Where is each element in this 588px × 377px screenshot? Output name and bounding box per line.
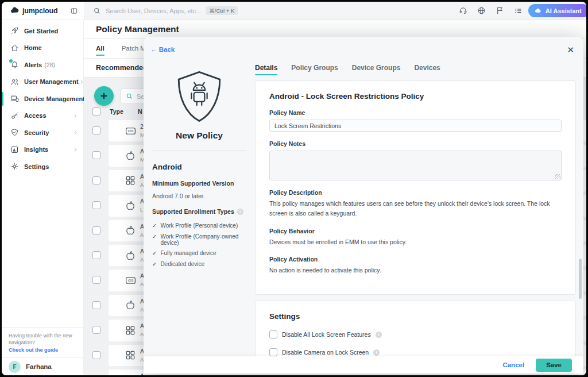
enrollment-types-label: Supported Enrollment Types i (152, 208, 246, 215)
svg-text:iOS: iOS (128, 279, 134, 282)
rocket-icon (10, 26, 19, 35)
info-icon[interactable]: i (376, 332, 382, 338)
check-icon: ✓ (152, 250, 157, 257)
info-icon[interactable]: i (237, 209, 243, 215)
info-icon[interactable]: i (373, 349, 380, 356)
svg-text:iOS: iOS (128, 129, 134, 133)
help-guide-link[interactable]: Check out the guide (9, 347, 76, 353)
sidebar-item-label: Alerts (24, 61, 42, 68)
grid-os-icon (125, 325, 136, 336)
policy-card-title: Android - Lock Screen Restrictions Polic… (269, 92, 562, 101)
search-icon (93, 7, 101, 15)
cancel-button[interactable]: Cancel (502, 361, 524, 368)
sidebar-item-label: Insights (24, 146, 48, 153)
android-shield-icon (152, 70, 246, 123)
modal-scroll-area[interactable]: Android - Lock Screen Restrictions Polic… (255, 80, 576, 356)
row-checkbox[interactable] (92, 326, 100, 334)
chevron-right-icon (72, 129, 79, 136)
sidebar-item-get-started[interactable]: Get Started (2, 22, 83, 40)
close-icon[interactable]: ✕ (567, 45, 574, 55)
sidebar-item-label: Get Started (24, 28, 58, 34)
check-icon: ✓ (152, 233, 157, 240)
bell-icon (10, 60, 19, 69)
modal-tab-details[interactable]: Details (255, 64, 277, 75)
sidebar-help-box: Having trouble with the new navigation? … (2, 327, 83, 357)
divider (152, 151, 246, 151)
check-icon: ✓ (152, 261, 157, 268)
page-header: Policy Management (84, 20, 586, 39)
new-policy-title: New Policy (152, 130, 246, 141)
sidebar-item-settings[interactable]: Settings (2, 158, 83, 175)
sidebar-item-access[interactable]: Access (2, 107, 83, 125)
chevron-right-icon (72, 147, 79, 153)
column-header-name: N (138, 108, 142, 115)
settings-checkbox[interactable] (269, 348, 277, 356)
row-checkbox[interactable] (92, 351, 100, 359)
search-shortcut-badge: ⌘/Ctrl + K (206, 6, 238, 15)
row-checkbox[interactable] (92, 151, 100, 159)
sidebar-item-count: (28) (44, 61, 55, 68)
topbar: jumpcloud Search User, Devices, Apps, et… (2, 2, 586, 20)
select-all-checkbox[interactable] (92, 107, 100, 116)
policy-name-label: Policy Name (269, 109, 562, 116)
home-icon (10, 44, 19, 52)
settings-option: Disable All Lock Screen Featuresi (269, 330, 562, 338)
modal-scrollbar[interactable] (579, 259, 582, 299)
save-button[interactable]: Save (536, 359, 572, 372)
sidebar-item-device-management[interactable]: Device Management (2, 90, 83, 107)
grid-os-icon (125, 349, 136, 361)
modal-tab-device-groups[interactable]: Device Groups (352, 64, 401, 75)
apple-os-icon (125, 299, 136, 311)
settings-checkbox[interactable] (269, 330, 277, 338)
globe-icon[interactable] (477, 6, 486, 15)
modal-tab-devices[interactable]: Devices (414, 64, 440, 75)
chevron-right-icon (72, 113, 79, 119)
row-checkbox[interactable] (92, 301, 100, 309)
policy-name-input[interactable] (269, 120, 562, 132)
sidebar-item-insights[interactable]: Insights (2, 141, 83, 159)
apple-os-icon (125, 200, 136, 211)
sidebar-item-user-management[interactable]: User Management (2, 74, 83, 91)
sidebar-item-label: Access (24, 112, 47, 119)
enrollment-type-item: ✓Dedicated device (152, 261, 246, 268)
sidebar-item-label: Device Management (24, 95, 85, 102)
policy-notes-textarea[interactable] (269, 151, 562, 180)
row-checkbox[interactable] (92, 176, 100, 184)
global-search-input[interactable]: Search User, Devices, Apps, etc... ⌘/Ctr… (93, 6, 459, 15)
row-checkbox[interactable] (92, 226, 100, 234)
policy-description-label: Policy Description (269, 189, 562, 196)
enrollment-type-item: ✓Fully managed device (152, 250, 246, 257)
search-placeholder: Search User, Devices, Apps, etc... (106, 7, 201, 14)
enrollment-type-item: ✓Work Profile (Personal device) (152, 222, 246, 229)
row-checkbox[interactable] (92, 251, 100, 259)
row-checkbox[interactable] (92, 276, 100, 284)
enrollment-type-list: ✓Work Profile (Personal device)✓Work Pro… (152, 222, 246, 268)
modal-tab-policy-groups[interactable]: Policy Groups (291, 64, 338, 75)
sidebar-collapse-icon[interactable] (70, 7, 78, 15)
topbar-logo-area: jumpcloud (2, 2, 84, 20)
column-header-type: Type (110, 108, 123, 115)
support-headset-icon[interactable] (459, 6, 467, 15)
settings-option-label: Disable All Lock Screen Features (282, 331, 371, 338)
modal-left-panel: New Policy Android Minimum Supported Ver… (144, 37, 255, 356)
app-window: jumpcloud Search User, Devices, Apps, et… (0, 0, 588, 377)
settings-option-label: Disable Camera on Lock Screen (282, 349, 369, 356)
device-icon (10, 94, 19, 103)
ai-assistant-button[interactable]: AI Assistant (528, 4, 586, 17)
add-policy-button[interactable]: + (94, 86, 114, 106)
row-checkbox[interactable] (92, 126, 100, 134)
grid-os-icon (125, 175, 136, 186)
sidebar-item-security[interactable]: Security (2, 124, 83, 141)
topbar-main: Search User, Devices, Apps, etc... ⌘/Ctr… (84, 2, 586, 20)
sidebar-item-label: Home (24, 44, 42, 51)
sidebar-item-alerts[interactable]: Alerts(28) (2, 56, 83, 74)
help-text: Having trouble with the new navigation? (9, 332, 76, 346)
sidebar-item-home[interactable]: Home (2, 40, 83, 57)
flag-icon[interactable] (496, 6, 504, 15)
settings-option: Disable Camera on Lock Screeni (269, 348, 562, 356)
queue-icon[interactable] (514, 6, 523, 15)
tab-all[interactable]: All (96, 39, 105, 58)
sidebar-user[interactable]: F Farhana (2, 357, 83, 375)
enrollment-type-label: Work Profile (Company-owned device) (160, 233, 246, 246)
row-checkbox[interactable] (92, 201, 100, 209)
